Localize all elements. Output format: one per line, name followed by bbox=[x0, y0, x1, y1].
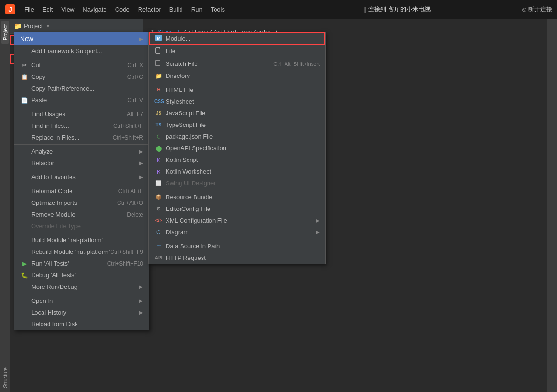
submenu-scratch-label: Scratch File bbox=[166, 60, 198, 67]
disconnect-icon: ⎋ bbox=[522, 6, 526, 13]
menu-run[interactable]: Run bbox=[188, 5, 206, 14]
submenu-item-package-json[interactable]: ⬡ package.json File bbox=[149, 131, 325, 142]
ctx-add-framework[interactable]: Add Framework Support... bbox=[14, 45, 149, 57]
menu-edit[interactable]: Edit bbox=[39, 5, 56, 14]
datasource-icon: 🗃 bbox=[154, 244, 163, 249]
submenu-datasource-label: Data Source in Path bbox=[166, 243, 220, 250]
menu-code[interactable]: Code bbox=[111, 5, 133, 14]
ctx-copy[interactable]: 📋 Copy Ctrl+C bbox=[14, 71, 149, 83]
module-icon: M bbox=[154, 35, 163, 42]
ctx-local-history[interactable]: Local History ▶ bbox=[14, 307, 149, 318]
submenu-typescript-label: TypeScript File bbox=[166, 121, 206, 128]
ctx-rebuild-module[interactable]: Rebuild Module 'nat-platform' Ctrl+Shift… bbox=[14, 246, 149, 258]
html-icon: H bbox=[154, 87, 163, 92]
sidebar-tab-structure[interactable]: Structure bbox=[1, 364, 9, 392]
ctx-add-favorites[interactable]: Add to Favorites ▶ bbox=[14, 171, 149, 183]
submenu-item-directory[interactable]: 📁 Directory bbox=[149, 70, 325, 82]
ctx-local-history-arrow: ▶ bbox=[139, 310, 143, 315]
disconnect-button[interactable]: ⎋ 断开连接 bbox=[522, 5, 552, 14]
ctx-new-arrow: ▶ bbox=[139, 36, 143, 42]
project-label: Project bbox=[24, 22, 42, 29]
submenu-item-datasource[interactable]: 🗃 Data Source in Path bbox=[149, 240, 325, 252]
connection-label: 连接到 客厅的小米电视 bbox=[368, 6, 431, 13]
submenu-editorconfig-label: EditorConfig File bbox=[166, 205, 210, 212]
ctx-copy-path[interactable]: Copy Path/Reference... bbox=[14, 83, 149, 94]
ctx-analyze[interactable]: Analyze ▶ bbox=[14, 146, 149, 157]
menu-tools[interactable]: Tools bbox=[207, 5, 229, 14]
ctx-sep-1 bbox=[14, 58, 149, 58]
scratch-icon bbox=[154, 60, 163, 68]
ctx-remove-module[interactable]: Remove Module Delete bbox=[14, 209, 149, 220]
ctx-reload-from-disk[interactable]: Reload from Disk bbox=[14, 318, 149, 330]
context-menu[interactable]: New ▶ Add Framework Support... ✂ Cut Ctr… bbox=[14, 32, 149, 330]
submenu-new[interactable]: M Module... File bbox=[148, 32, 326, 264]
submenu-item-resource-bundle[interactable]: 📦 Resource Bundle bbox=[149, 191, 325, 203]
openapi-icon: ⬤ bbox=[154, 145, 163, 152]
debug-icon: 🐛 bbox=[20, 272, 28, 279]
svg-rect-4 bbox=[156, 48, 160, 53]
menu-file[interactable]: File bbox=[21, 5, 38, 14]
ctx-replace-in-files[interactable]: Replace in Files... Ctrl+Shift+R bbox=[14, 132, 149, 143]
submenu-item-file[interactable]: File bbox=[149, 45, 325, 57]
ctx-sep-3 bbox=[14, 144, 149, 145]
sidebar-tab-project[interactable]: Project bbox=[1, 21, 9, 44]
submenu-item-html[interactable]: H HTML File bbox=[149, 84, 325, 96]
ctx-refactor-arrow: ▶ bbox=[139, 161, 143, 166]
resource-bundle-icon: 📦 bbox=[154, 194, 163, 200]
menu-build[interactable]: Build bbox=[166, 5, 187, 14]
submenu-item-diagram[interactable]: ⬡ Diagram ▶ bbox=[149, 226, 325, 238]
side-tabs-left: Project Structure bbox=[0, 19, 10, 392]
ctx-debug-all-tests[interactable]: 🐛 Debug 'All Tests' bbox=[14, 269, 149, 281]
ctx-build-module[interactable]: Build Module 'nat-platform' bbox=[14, 234, 149, 246]
ctx-more-run-debug[interactable]: More Run/Debug ▶ bbox=[14, 281, 149, 293]
submenu-item-kotlin-script[interactable]: K Kotlin Script bbox=[149, 154, 325, 166]
submenu-item-http[interactable]: API HTTP Request bbox=[149, 252, 325, 264]
ctx-find-in-files[interactable]: Find in Files... Ctrl+Shift+F bbox=[14, 120, 149, 132]
http-icon: API bbox=[154, 255, 163, 260]
svg-rect-6 bbox=[156, 60, 160, 66]
submenu-item-stylesheet[interactable]: CSS Stylesheet bbox=[149, 96, 325, 107]
submenu-resource-bundle-label: Resource Bundle bbox=[166, 194, 212, 201]
ctx-run-all-tests[interactable]: ▶ Run 'All Tests' Ctrl+Shift+F10 bbox=[14, 258, 149, 269]
submenu-swing-label: Swing UI Designer bbox=[166, 180, 216, 187]
submenu-item-openapi[interactable]: ⬤ OpenAPI Specification bbox=[149, 142, 325, 154]
menu-navigate[interactable]: Navigate bbox=[79, 5, 110, 14]
submenu-item-scratch[interactable]: Scratch File Ctrl+Alt+Shift+Insert bbox=[149, 57, 325, 70]
ctx-favorites-arrow: ▶ bbox=[139, 175, 143, 180]
ctx-new-item[interactable]: New ▶ bbox=[14, 32, 149, 45]
title-bar: J File Edit View Navigate Code Refactor … bbox=[0, 0, 557, 19]
app-logo: J bbox=[5, 4, 16, 15]
project-dropdown-arrow[interactable]: ▼ bbox=[45, 23, 50, 28]
directory-icon: 📁 bbox=[154, 73, 163, 79]
submenu-item-editorconfig[interactable]: ⚙ EditorConfig File bbox=[149, 203, 325, 215]
disconnect-label: 断开连接 bbox=[528, 5, 552, 14]
xml-icon: </> bbox=[154, 218, 163, 223]
submenu-sep-1 bbox=[149, 83, 325, 83]
ctx-refactor[interactable]: Refactor ▶ bbox=[14, 157, 149, 169]
ctx-paste[interactable]: 📄 Paste Ctrl+V bbox=[14, 94, 149, 106]
submenu-item-swing: ⬜ Swing UI Designer bbox=[149, 177, 325, 189]
ctx-cut[interactable]: ✂ Cut Ctrl+X bbox=[14, 59, 149, 71]
submenu-package-json-label: package.json File bbox=[166, 133, 213, 140]
submenu-item-javascript[interactable]: JS JavaScript File bbox=[149, 107, 325, 119]
submenu-html-label: HTML File bbox=[166, 86, 193, 93]
submenu-item-typescript[interactable]: TS TypeScript File bbox=[149, 119, 325, 131]
css-icon: CSS bbox=[154, 99, 163, 104]
ctx-optimize-imports[interactable]: Optimize Imports Ctrl+Alt+O bbox=[14, 197, 149, 209]
submenu-item-xml[interactable]: </> XML Configuration File ▶ bbox=[149, 215, 325, 226]
ctx-reformat[interactable]: Reformat Code Ctrl+Alt+L bbox=[14, 185, 149, 197]
ctx-find-usages[interactable]: Find Usages Alt+F7 bbox=[14, 108, 149, 120]
submenu-directory-label: Directory bbox=[166, 72, 190, 79]
submenu-item-module[interactable]: M Module... bbox=[149, 32, 325, 45]
submenu-stylesheet-label: Stylesheet bbox=[166, 98, 194, 105]
menu-view[interactable]: View bbox=[57, 5, 78, 14]
svg-text:M: M bbox=[157, 36, 160, 41]
ctx-open-in[interactable]: Open In ▶ bbox=[14, 295, 149, 307]
kotlin-script-icon: K bbox=[154, 157, 163, 163]
menu-refactor[interactable]: Refactor bbox=[134, 5, 165, 14]
submenu-item-kotlin-worksheet[interactable]: K Kotlin Worksheet bbox=[149, 166, 325, 177]
svg-text:J: J bbox=[8, 6, 12, 13]
submenu-module-label: Module... bbox=[166, 35, 190, 42]
ctx-analyze-arrow: ▶ bbox=[139, 149, 143, 154]
submenu-sep-2 bbox=[149, 190, 325, 190]
